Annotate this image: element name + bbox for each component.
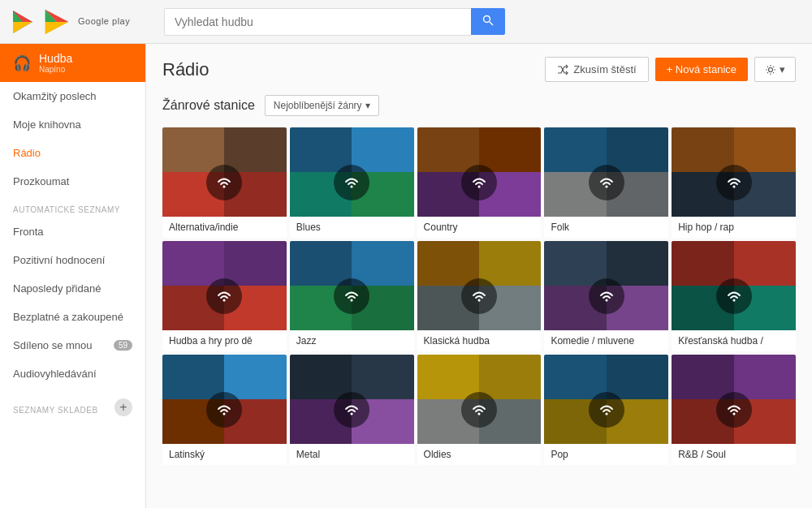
- genre-card-1[interactable]: Blues: [290, 127, 414, 238]
- sidebar-item-naposledy-přidané[interactable]: Naposledy přidané: [0, 274, 145, 303]
- sidebar-item-okamžitý-poslech[interactable]: Okamžitý poslech: [0, 82, 145, 110]
- playlist-section-label: SEZNAMY SKLADEB: [0, 396, 111, 418]
- add-playlist-button[interactable]: +: [114, 398, 132, 416]
- radio-icon: [334, 278, 369, 314]
- genre-card-0[interactable]: Alternativa/indie: [162, 127, 287, 238]
- sidebar-item-moje-knihovna[interactable]: Moje knihovna: [0, 110, 145, 139]
- radio-icon: [589, 392, 624, 428]
- auto-section-label: AUTOMATICKÉ SEZNAMY: [0, 196, 145, 217]
- genre-card-14[interactable]: R&B / Soul: [672, 355, 796, 465]
- wifi-svg: [725, 401, 743, 419]
- genre-overlay-10: [162, 355, 287, 465]
- page-header: Rádio Zkusím štěstí + Nová stanice ▾: [162, 57, 796, 82]
- genre-overlay-6: [290, 241, 414, 351]
- header-actions: Zkusím štěstí + Nová stanice ▾: [545, 57, 796, 82]
- sidebar-main-item[interactable]: 🎧 Hudba Napíno: [0, 44, 145, 82]
- wifi-svg: [725, 174, 743, 192]
- new-station-button[interactable]: + Nová stanice: [655, 58, 748, 81]
- google-play-logo: [42, 7, 71, 37]
- genre-card-3[interactable]: Folk: [544, 127, 668, 238]
- wifi-svg: [470, 174, 488, 192]
- chevron-down-icon: ▾: [365, 100, 370, 111]
- dropdown-label: Nejoblíbenější žánry: [274, 100, 362, 111]
- genre-overlay-4: [672, 127, 796, 238]
- sidebar-item-pozitivní-hodnocení[interactable]: Pozitivní hodnocení: [0, 246, 145, 274]
- shuffle-icon: [557, 64, 568, 75]
- badge: 59: [114, 340, 132, 351]
- sidebar-item-bezplatné-a-zakoupené[interactable]: Bezplatné a zakoupené: [0, 303, 145, 331]
- genre-card-8[interactable]: Komedie / mluvene: [544, 241, 668, 351]
- luck-button[interactable]: Zkusím štěstí: [545, 57, 648, 82]
- wifi-svg: [343, 287, 361, 305]
- search-icon: [482, 15, 494, 26]
- genre-card-4[interactable]: Hip hop / rap: [672, 127, 796, 238]
- sidebar-item-prozkoumat[interactable]: Prozkoumat: [0, 167, 145, 196]
- wifi-svg: [215, 401, 233, 419]
- svg-point-9: [484, 16, 490, 23]
- wifi-svg: [215, 287, 233, 305]
- radio-icon: [206, 165, 242, 200]
- radio-icon: [716, 278, 752, 314]
- radio-icon: [206, 278, 242, 314]
- radio-icon: [461, 392, 497, 428]
- search-input[interactable]: [164, 8, 471, 36]
- svg-point-17: [223, 299, 226, 302]
- genre-overlay-14: [672, 355, 796, 465]
- wifi-svg: [598, 287, 615, 305]
- sidebar-item-fronta[interactable]: Fronta: [0, 217, 145, 246]
- new-station-label: + Nová stanice: [667, 63, 736, 75]
- wifi-svg: [598, 401, 615, 419]
- genre-grid: Alternativa/indie Blues Country Folk Hip…: [162, 127, 796, 465]
- radio-icon: [461, 278, 497, 314]
- svg-point-14: [477, 186, 480, 188]
- genre-card-7[interactable]: Klasická hudba: [417, 241, 542, 351]
- genre-dropdown[interactable]: Nejoblíbenější žánry ▾: [265, 95, 379, 116]
- genre-card-5[interactable]: Hudba a hry pro dě: [162, 241, 287, 351]
- genre-overlay-5: [162, 241, 287, 351]
- main-content: Rádio Zkusím štěstí + Nová stanice ▾ Žán…: [146, 44, 812, 508]
- genre-card-11[interactable]: Metal: [290, 355, 414, 465]
- genre-overlay-3: [544, 127, 668, 238]
- main-layout: 🎧 Hudba Napíno Okamžitý poslechMoje knih…: [0, 44, 812, 508]
- svg-marker-2: [13, 22, 32, 33]
- section-header: Žánrové stanice Nejoblíbenější žánry ▾: [162, 95, 796, 116]
- svg-point-25: [605, 413, 607, 415]
- sidebar-nav: Okamžitý poslechMoje knihovnaRádioProzko…: [0, 82, 145, 196]
- section-title: Žánrové stanice: [162, 98, 255, 113]
- radio-icon: [334, 165, 369, 200]
- search-button[interactable]: [471, 8, 505, 35]
- svg-point-12: [223, 186, 226, 188]
- svg-point-16: [732, 186, 735, 188]
- svg-point-15: [605, 186, 607, 188]
- genre-overlay-8: [544, 241, 668, 351]
- wifi-svg: [470, 401, 488, 419]
- svg-point-21: [732, 299, 735, 302]
- svg-point-13: [351, 186, 353, 188]
- genre-card-9[interactable]: Křesťanská hudba /: [672, 241, 796, 351]
- genre-card-13[interactable]: Pop: [544, 355, 668, 465]
- radio-icon: [206, 392, 242, 428]
- genre-overlay-0: [162, 127, 287, 238]
- svg-point-23: [351, 413, 353, 415]
- genre-overlay-12: [417, 355, 542, 465]
- sidebar-item-audiovyhledávání[interactable]: Audiovyhledávání: [0, 359, 145, 388]
- logo-area: Google play: [10, 7, 148, 37]
- headphones-icon: 🎧: [13, 54, 31, 72]
- settings-dropdown-icon: ▾: [780, 63, 785, 75]
- sidebar-auto: FrontaPozitivní hodnoceníNaposledy přida…: [0, 217, 145, 388]
- genre-card-2[interactable]: Country: [417, 127, 542, 238]
- sidebar-item-rádio[interactable]: Rádio: [0, 139, 145, 167]
- sidebar: 🎧 Hudba Napíno Okamžitý poslechMoje knih…: [0, 44, 146, 508]
- genre-card-6[interactable]: Jazz: [290, 241, 414, 351]
- radio-icon: [589, 165, 624, 200]
- svg-point-26: [732, 413, 735, 415]
- svg-point-20: [605, 299, 607, 302]
- genre-card-10[interactable]: Latinský: [162, 355, 287, 465]
- genre-overlay-9: [672, 241, 796, 351]
- nav-label: Sdíleno se mnou: [13, 339, 93, 351]
- settings-button[interactable]: ▾: [754, 57, 796, 82]
- wifi-svg: [725, 287, 743, 305]
- sidebar-item-sdíleno-se-mnou[interactable]: Sdíleno se mnou59: [0, 331, 145, 359]
- svg-point-11: [769, 67, 773, 71]
- genre-card-12[interactable]: Oldies: [417, 355, 542, 465]
